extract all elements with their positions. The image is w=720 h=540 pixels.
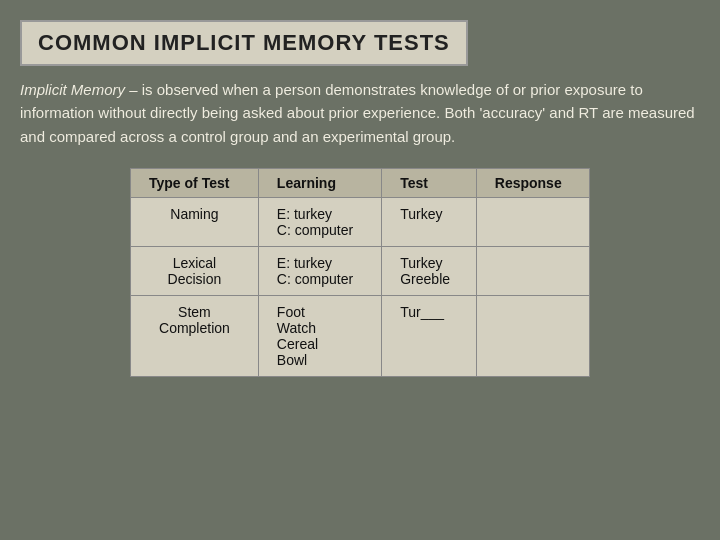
description-text: Implicit Memory – is observed when a per… — [20, 78, 700, 148]
row-0-test: Turkey — [382, 197, 477, 246]
row-2-learning: Foot Watch Cereal Bowl — [258, 295, 381, 376]
table-wrapper: Type of Test Learning Test Response Nami… — [20, 168, 700, 377]
row-1-learning: E: turkey C: computer — [258, 246, 381, 295]
description-italic-intro: Implicit Memory — [20, 81, 125, 98]
row-1-test: Turkey Greeble — [382, 246, 477, 295]
col-header-test: Test — [382, 168, 477, 197]
row-1-response — [476, 246, 589, 295]
table-row: NamingE: turkey C: computerTurkey — [131, 197, 590, 246]
slide-title: COMMON IMPLICIT MEMORY TESTS — [38, 30, 450, 55]
row-0-learning: E: turkey C: computer — [258, 197, 381, 246]
table-row: Stem CompletionFoot Watch Cereal BowlTur… — [131, 295, 590, 376]
title-box: COMMON IMPLICIT MEMORY TESTS — [20, 20, 468, 66]
col-header-type: Type of Test — [131, 168, 259, 197]
row-1-type: Lexical Decision — [131, 246, 259, 295]
table-row: Lexical DecisionE: turkey C: computerTur… — [131, 246, 590, 295]
memory-tests-table: Type of Test Learning Test Response Nami… — [130, 168, 590, 377]
row-2-test: Tur___ — [382, 295, 477, 376]
slide-container: COMMON IMPLICIT MEMORY TESTS Implicit Me… — [20, 20, 700, 520]
col-header-response: Response — [476, 168, 589, 197]
col-header-learning: Learning — [258, 168, 381, 197]
row-2-response — [476, 295, 589, 376]
row-0-type: Naming — [131, 197, 259, 246]
row-0-response — [476, 197, 589, 246]
row-2-type: Stem Completion — [131, 295, 259, 376]
